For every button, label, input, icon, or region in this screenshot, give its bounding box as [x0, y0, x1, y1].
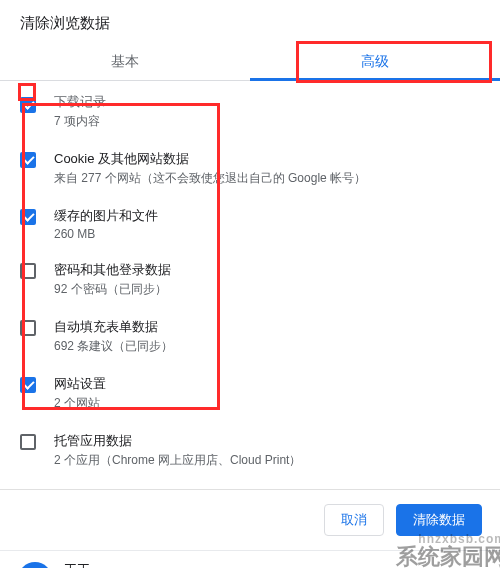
list-item: 密码和其他登录数据 92 个密码（已同步）	[4, 251, 492, 308]
watermark-text: 系统家园网	[316, 542, 500, 568]
clear-browsing-data-dialog: 清除浏览数据 基本 高级 下载记录 7 项内容 Cookie 及其他网站数据 来…	[0, 0, 500, 568]
item-desc: 2 个网站	[54, 395, 484, 412]
item-title: 下载记录	[54, 93, 484, 111]
item-desc: 2 个应用（Chrome 网上应用店、Cloud Print）	[54, 452, 484, 469]
checkbox-hosted-apps[interactable]	[20, 434, 36, 450]
tab-basic[interactable]: 基本	[0, 41, 250, 80]
item-desc: 692 条建议（已同步）	[54, 338, 484, 355]
checkbox-passwords[interactable]	[20, 263, 36, 279]
item-title: Cookie 及其他网站数据	[54, 150, 484, 168]
item-desc: 7 项内容	[54, 113, 484, 130]
item-title: 网站设置	[54, 375, 484, 393]
item-desc: 来自 277 个网站（这不会致使您退出自己的 Google 帐号）	[54, 170, 484, 187]
item-title: 自动填充表单数据	[54, 318, 484, 336]
account-name: 王王.	[64, 561, 107, 568]
list-item: 托管应用数据 2 个应用（Chrome 网上应用店、Cloud Print）	[4, 422, 492, 479]
checkbox-site-settings[interactable]	[20, 377, 36, 393]
list-item: 缓存的图片和文件 260 MB	[4, 197, 492, 251]
checkbox-cache[interactable]	[20, 209, 36, 225]
tab-advanced[interactable]: 高级	[250, 41, 500, 80]
item-title: 密码和其他登录数据	[54, 261, 484, 279]
dialog-title: 清除浏览数据	[0, 0, 500, 41]
checkbox-cookies[interactable]	[20, 152, 36, 168]
list-item: 自动填充表单数据 692 条建议（已同步）	[4, 308, 492, 365]
watermark: hnzxbsb.com 系统家园网	[316, 532, 500, 568]
checkbox-download-history[interactable]	[20, 97, 36, 113]
checkbox-autofill[interactable]	[20, 320, 36, 336]
item-desc: 260 MB	[54, 227, 484, 241]
dialog-tabs: 基本 高级	[0, 41, 500, 81]
avatar: 王	[18, 562, 52, 569]
list-item: Cookie 及其他网站数据 来自 277 个网站（这不会致使您退出自己的 Go…	[4, 140, 492, 197]
list-item: 下载记录 7 项内容	[4, 85, 492, 140]
item-desc: 92 个密码（已同步）	[54, 281, 484, 298]
item-title: 托管应用数据	[54, 432, 484, 450]
list-item: 网站设置 2 个网站	[4, 365, 492, 422]
data-type-list: 下载记录 7 项内容 Cookie 及其他网站数据 来自 277 个网站（这不会…	[0, 81, 500, 483]
item-title: 缓存的图片和文件	[54, 207, 484, 225]
